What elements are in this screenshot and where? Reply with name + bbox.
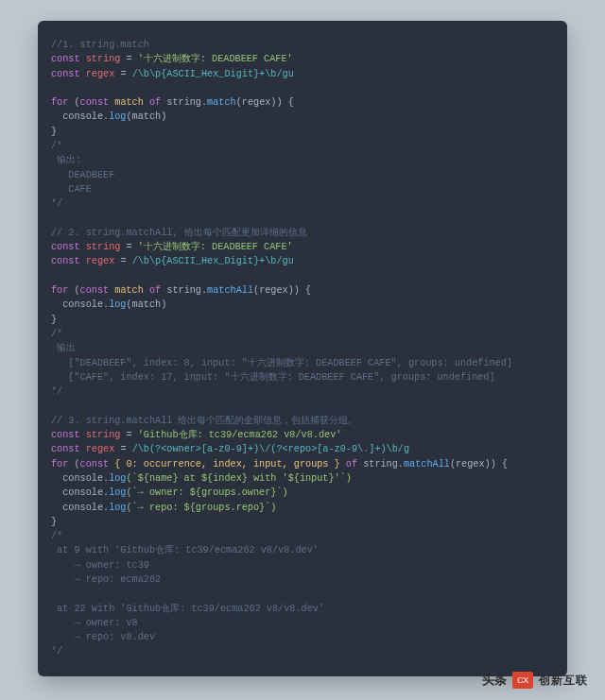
kw: for: [51, 459, 68, 470]
punc: (match): [126, 111, 166, 122]
punc: }: [51, 517, 57, 527]
kw: const: [51, 444, 80, 454]
template-literal: (`${name} at ${index} with '${input}'`): [126, 473, 351, 484]
comment: //1. string.match: [51, 40, 149, 50]
punc: }: [51, 315, 57, 325]
footer-source: 头条: [482, 672, 507, 689]
punc: string.: [161, 285, 207, 296]
kw: const: [80, 285, 110, 296]
kw: const: [51, 256, 80, 266]
template-literal: (`→ repo: ${groups.repo}`): [126, 503, 276, 513]
punc: console.: [51, 503, 109, 513]
punc: (: [68, 97, 79, 108]
kw: const: [80, 97, 110, 108]
punc: console.: [51, 299, 109, 310]
kw: of: [149, 285, 161, 296]
footer: 头条 CX 创新互联: [482, 672, 588, 689]
punc: string.: [161, 97, 207, 108]
fn: matchAll: [207, 285, 253, 296]
punc: }: [51, 127, 57, 137]
kw: const: [51, 54, 80, 64]
punc: console.: [51, 111, 109, 122]
kw: const: [51, 430, 80, 440]
fn: matchAll: [404, 459, 450, 470]
fn: log: [109, 111, 126, 122]
brand-logo-icon: CX: [512, 672, 533, 689]
fn: log: [109, 473, 126, 484]
output-comment: /* at 9 with 'Github仓库: tc39/ecma262 v8/…: [51, 531, 324, 657]
regex-literal: /\b\p{ASCII_Hex_Digit}+\b/gu: [132, 256, 294, 266]
kw: const: [51, 69, 80, 79]
footer-brand: 创新互联: [539, 673, 588, 689]
kw: of: [346, 459, 357, 470]
punc: =: [114, 444, 131, 454]
punc: (match): [126, 299, 166, 310]
fn: log: [109, 487, 126, 498]
punc: console.: [51, 473, 109, 484]
punc: =: [120, 430, 137, 440]
fn: log: [109, 299, 126, 310]
punc: (regex)) {: [253, 285, 311, 296]
fn: match: [207, 97, 236, 108]
id: match: [109, 285, 149, 296]
string-literal: 'Github仓库: tc39/ecma262 v8/v8.dev': [138, 430, 342, 440]
punc: (regex)) {: [450, 459, 508, 470]
id: string: [86, 54, 121, 64]
id: regex: [86, 256, 115, 266]
fn: log: [109, 503, 126, 513]
id: string: [86, 242, 121, 252]
string-literal: '十六进制数字: DEADBEEF CAFE': [138, 242, 293, 252]
output-comment: /* 输出: DEADBEEF CAFE */: [51, 141, 114, 209]
kw: for: [51, 97, 68, 108]
id: match: [109, 97, 149, 108]
punc: (regex)) {: [236, 97, 294, 108]
id: regex: [86, 444, 115, 454]
punc: =: [114, 69, 131, 79]
punc: (: [68, 285, 79, 296]
kw: const: [80, 459, 110, 470]
id: regex: [86, 69, 115, 79]
output-comment: /* 输出 ["DEADBEEF", index: 8, input: "十六进…: [51, 329, 512, 397]
string-literal: '十六进制数字: DEADBEEF CAFE': [138, 54, 293, 64]
comment: // 3. string.matchAll 给出每个匹配的全部信息，包括捕获分组…: [51, 416, 358, 426]
punc: (: [68, 459, 79, 470]
template-literal: (`→ owner: ${groups.owner}`): [126, 487, 287, 498]
comment: // 2. string.matchAll, 给出每个匹配更加详细的信息: [51, 228, 307, 238]
punc: string.: [357, 459, 404, 470]
kw: for: [51, 285, 68, 296]
kw: of: [149, 97, 161, 108]
punc: console.: [51, 487, 109, 498]
punc: =: [120, 54, 137, 64]
regex-literal: /\b\p{ASCII_Hex_Digit}+\b/gu: [132, 69, 294, 79]
punc: =: [114, 256, 131, 266]
punc: =: [120, 242, 137, 252]
destructure: { 0: occurrence, index, input, groups }: [109, 459, 346, 470]
regex-literal: /\b(?<owner>[a-z0-9]+)\/(?<repo>[a-z0-9\…: [132, 444, 409, 454]
id: string: [86, 430, 121, 440]
code-block: //1. string.match const string = '十六进制数字…: [38, 21, 567, 676]
kw: const: [51, 242, 80, 252]
